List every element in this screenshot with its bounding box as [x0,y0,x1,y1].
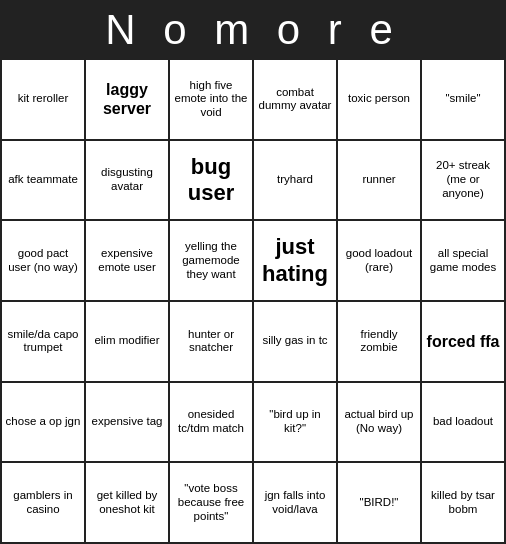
bingo-cell-10: runner [338,141,422,222]
bingo-cell-14: yelling the gamemode they want [170,221,254,302]
bingo-cell-16: good loadout (rare) [338,221,422,302]
bingo-cell-11: 20+ streak (me or anyone) [422,141,506,222]
bingo-cell-29: bad loadout [422,383,506,464]
bingo-cell-6: afk teammate [2,141,86,222]
bingo-cell-35: killed by tsar bobm [422,463,506,544]
bingo-cell-31: get killed by oneshot kit [86,463,170,544]
bingo-cell-3: combat dummy avatar [254,60,338,141]
bingo-cell-18: smile/da capo trumpet [2,302,86,383]
bingo-cell-22: friendly zombie [338,302,422,383]
bingo-cell-25: expensive tag [86,383,170,464]
bingo-grid: kit rerollerlaggy serverhigh five emote … [0,58,506,544]
bingo-cell-15: just hating [254,221,338,302]
page-title: N o m o r e [0,0,506,58]
bingo-cell-20: hunter or snatcher [170,302,254,383]
bingo-cell-27: "bird up in kit?" [254,383,338,464]
bingo-cell-0: kit reroller [2,60,86,141]
bingo-cell-30: gamblers in casino [2,463,86,544]
bingo-cell-7: disgusting avatar [86,141,170,222]
bingo-cell-32: "vote boss because free points" [170,463,254,544]
bingo-cell-5: "smile" [422,60,506,141]
bingo-cell-1: laggy server [86,60,170,141]
bingo-cell-21: silly gas in tc [254,302,338,383]
bingo-cell-4: toxic person [338,60,422,141]
bingo-cell-34: "BIRD!" [338,463,422,544]
bingo-cell-8: bug user [170,141,254,222]
bingo-cell-24: chose a op jgn [2,383,86,464]
bingo-cell-33: jgn falls into void/lava [254,463,338,544]
bingo-cell-9: tryhard [254,141,338,222]
bingo-cell-26: onesided tc/tdm match [170,383,254,464]
bingo-cell-19: elim modifier [86,302,170,383]
bingo-cell-28: actual bird up (No way) [338,383,422,464]
bingo-cell-2: high five emote into the void [170,60,254,141]
bingo-cell-13: expensive emote user [86,221,170,302]
bingo-cell-23: forced ffa [422,302,506,383]
bingo-cell-17: all special game modes [422,221,506,302]
bingo-cell-12: good pact user (no way) [2,221,86,302]
